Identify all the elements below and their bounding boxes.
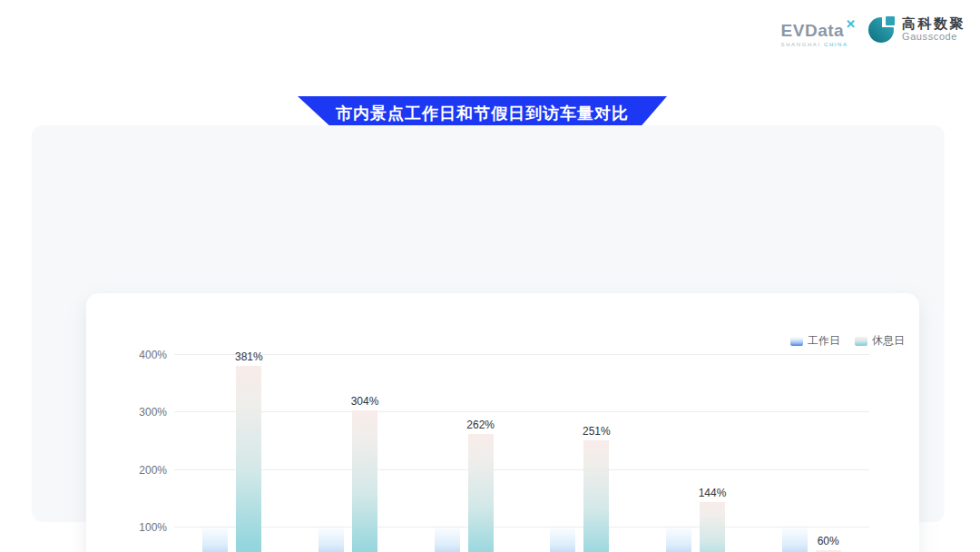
y-tick-label: 200% <box>139 464 167 477</box>
bar-restday: 262% <box>468 434 494 552</box>
gausscode-text: 高科数聚 Gausscode <box>902 15 965 43</box>
evdata-subtitle: SHANGHAI CHINA <box>781 42 856 47</box>
brand-area: EVData ✕ SHANGHAI CHINA <box>781 15 965 47</box>
chart-panel: 工作日休息日 0%100%200%300%400%381%304%262%251… <box>32 125 945 522</box>
bar-workday <box>666 527 691 552</box>
y-tick-label: 300% <box>139 406 167 419</box>
legend-item-workday: 工作日 <box>790 333 840 349</box>
bar-workday <box>435 527 460 552</box>
bar-restday: 251% <box>583 440 609 552</box>
page: EVData ✕ SHANGHAI CHINA <box>0 0 980 552</box>
evdata-subtitle-left: SHANGHAI <box>781 42 821 47</box>
legend-item-restday: 休息日 <box>855 333 905 349</box>
y-tick-label: 100% <box>139 521 167 534</box>
bar-group: 304% <box>290 355 407 552</box>
section-title: 市内景点工作日和节假日到访车量对比 <box>336 103 629 124</box>
evdata-x-icon: ✕ <box>846 18 856 30</box>
bar-value-label: 251% <box>583 425 611 438</box>
bar-restday: 381% <box>236 366 261 552</box>
evdata-logo: EVData ✕ SHANGHAI CHINA <box>781 22 856 47</box>
evdata-subtitle-right: CHINA <box>824 42 848 47</box>
legend-swatch-workday <box>790 337 803 346</box>
bar-restday: 304% <box>352 410 377 552</box>
bar-value-label: 304% <box>351 395 379 408</box>
gausscode-logo: 高科数聚 Gausscode <box>867 15 965 44</box>
bar-group: 60% <box>753 355 869 552</box>
bar-group: 381% <box>174 355 290 552</box>
gausscode-name-cn: 高科数聚 <box>902 15 965 31</box>
legend-swatch-restday <box>855 337 867 346</box>
bar-value-label: 144% <box>699 487 727 499</box>
bar-group: 251% <box>522 355 638 552</box>
gausscode-icon <box>867 15 897 44</box>
chart-card: 工作日休息日 0%100%200%300%400%381%304%262%251… <box>86 293 919 552</box>
y-tick-label: 400% <box>139 349 167 361</box>
gausscode-name-en: Gausscode <box>902 31 965 43</box>
bar-group: 144% <box>638 355 754 552</box>
bar-workday <box>318 527 344 552</box>
bar-restday: 144% <box>700 502 725 552</box>
bar-workday <box>782 527 808 552</box>
plot-area: 0%100%200%300%400%381%304%262%251%144%60… <box>174 355 869 552</box>
evdata-wordmark: EVData <box>781 22 845 39</box>
bar-value-label: 60% <box>818 535 839 547</box>
legend-label-workday: 工作日 <box>808 333 840 349</box>
evdata-wordmark-row: EVData ✕ <box>781 22 856 39</box>
chart-legend: 工作日休息日 <box>790 333 905 349</box>
bar-group: 262% <box>406 355 522 552</box>
bar-value-label: 262% <box>466 419 495 431</box>
bar-workday <box>550 527 575 552</box>
bar-workday <box>202 527 228 552</box>
bar-value-label: 381% <box>235 350 263 363</box>
bar-groups: 381%304%262%251%144%60% <box>174 355 869 552</box>
legend-label-restday: 休息日 <box>872 333 905 349</box>
